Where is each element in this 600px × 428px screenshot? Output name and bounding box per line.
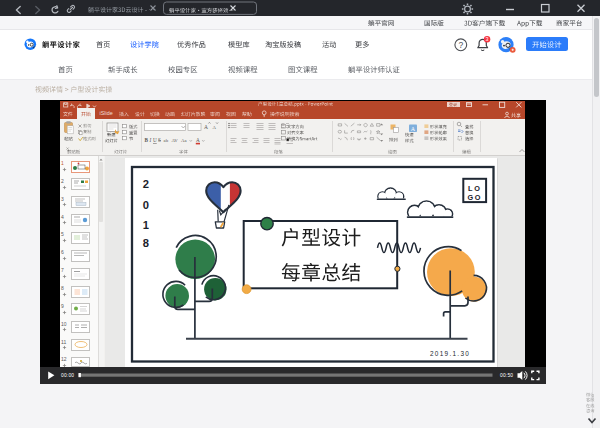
svg-text:GO: GO — [467, 193, 482, 202]
svg-text:1: 1 — [143, 219, 149, 231]
svg-text:2: 2 — [143, 178, 149, 190]
svg-text:8: 8 — [143, 237, 149, 249]
svg-text:0: 0 — [143, 199, 149, 211]
svg-text:2019.1.30: 2019.1.30 — [430, 350, 470, 357]
svg-text:LO: LO — [468, 184, 482, 193]
